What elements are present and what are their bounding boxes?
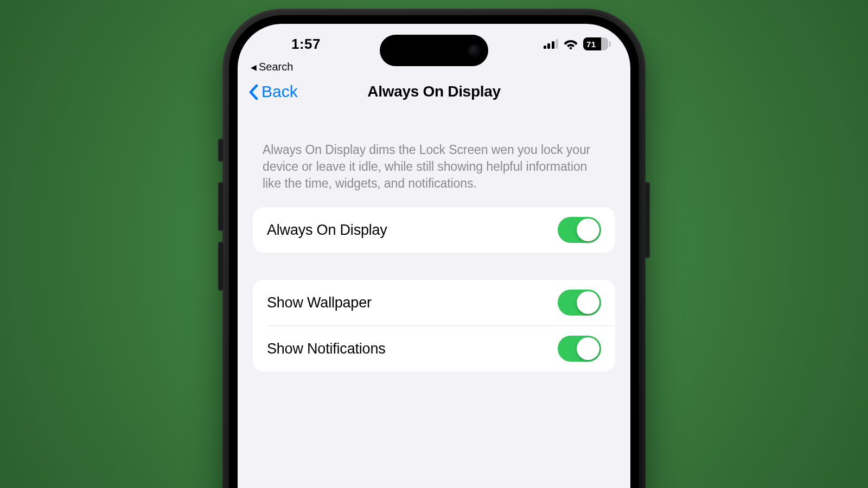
toggle-knob (577, 291, 599, 314)
toggle-always-on-display[interactable] (558, 217, 601, 243)
row-label: Show Wallpaper (267, 294, 372, 311)
row-label: Show Notifications (267, 341, 386, 357)
row-always-on-display: Always On Display (253, 207, 615, 253)
chevron-left-icon (248, 84, 259, 100)
breadcrumb-label: Search (259, 61, 293, 73)
settings-group-options: Show Wallpaper Show Notifications (253, 280, 615, 371)
toggle-knob (577, 219, 599, 241)
page-title: Always On Display (367, 83, 500, 100)
cellular-signal-icon (544, 39, 559, 49)
dynamic-island (380, 35, 488, 66)
navigation-bar: Back Always On Display (238, 74, 630, 109)
row-label: Always On Display (267, 222, 387, 239)
volume-down-button (218, 242, 224, 291)
row-show-wallpaper: Show Wallpaper (253, 280, 615, 325)
wifi-icon (564, 38, 578, 49)
volume-up-button (218, 182, 224, 231)
settings-group-main: Always On Display (253, 207, 615, 253)
battery-percent: 71 (586, 40, 596, 49)
svg-point-0 (570, 47, 572, 49)
power-button (644, 182, 650, 258)
phone-frame: 1:57 71 (222, 9, 646, 488)
back-button-label: Back (261, 82, 298, 101)
section-description: Always On Display dims the Lock Screen w… (253, 142, 615, 207)
battery-indicator: 71 (583, 37, 611, 50)
toggle-knob (577, 337, 599, 360)
backdrop: 1:57 71 (0, 0, 868, 488)
settings-content: Always On Display dims the Lock Screen w… (238, 109, 630, 371)
silent-switch (218, 139, 224, 162)
toggle-show-wallpaper[interactable] (558, 290, 601, 316)
row-show-notifications: Show Notifications (253, 326, 615, 371)
phone-screen: 1:57 71 (238, 24, 630, 488)
front-camera-icon (469, 45, 480, 56)
toggle-show-notifications[interactable] (558, 336, 601, 362)
phone-bezel: 1:57 71 (229, 15, 639, 488)
back-triangle-icon: ◀ (251, 63, 257, 72)
back-button[interactable]: Back (248, 74, 298, 109)
status-time: 1:57 (257, 36, 355, 53)
